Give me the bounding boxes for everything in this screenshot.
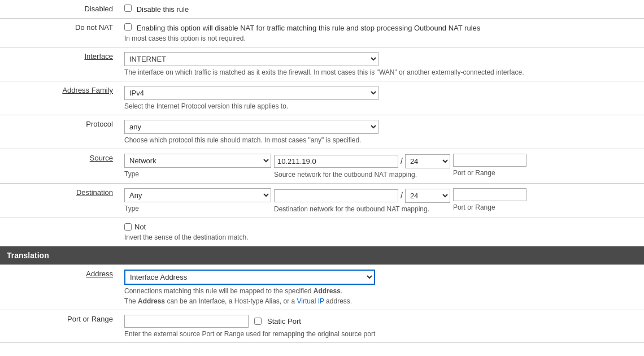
source-ip-label: Source network for the outbound NAT mapp… xyxy=(274,171,450,179)
address-select-wrapper: Interface Address Any Other Subnet xyxy=(124,270,375,285)
port-range-input[interactable] xyxy=(124,315,249,328)
port-range-content: Static Port Enter the external source Po… xyxy=(119,310,644,343)
destination-content: Any Network LAN net This firewall Type / xyxy=(119,184,644,218)
destination-prefix-select[interactable]: 8 16 24 32 xyxy=(405,189,450,203)
not-checkbox[interactable] xyxy=(124,223,132,231)
destination-port-input[interactable] xyxy=(453,188,526,201)
source-type-select[interactable]: Network Any LAN net This firewall xyxy=(124,154,271,168)
port-range-label-cell: Port or Range xyxy=(0,310,119,343)
destination-type-label: Type xyxy=(124,205,271,212)
source-content: Network Any LAN net This firewall Type / xyxy=(119,149,644,184)
address-family-help: Select the Internet Protocol version thi… xyxy=(124,102,638,110)
destination-ip-row: / 8 16 24 32 xyxy=(274,188,450,203)
source-type-label: Type xyxy=(124,170,271,178)
source-prefix-select[interactable]: 8 16 24 32 xyxy=(405,154,450,168)
source-port-label: Port or Range xyxy=(453,169,526,177)
port-range-row-inner: Static Port xyxy=(124,315,638,328)
destination-inline-group: Any Network LAN net This firewall Type / xyxy=(124,188,638,213)
not-row: Not Invert the sense of the destination … xyxy=(0,218,644,246)
interface-row: Interface INTERNET WAN LAN The interface… xyxy=(0,47,644,81)
virtual-ip-link[interactable]: Virtual IP xyxy=(297,297,324,305)
static-port-label[interactable]: Static Port xyxy=(254,317,301,325)
protocol-row: Protocol any TCP UDP TCP/UDP ICMP Choose… xyxy=(0,115,644,149)
destination-ip-input[interactable] xyxy=(274,189,398,202)
protocol-select[interactable]: any TCP UDP TCP/UDP ICMP xyxy=(124,120,378,134)
source-ip-group: / 8 16 24 32 Source network for the outb… xyxy=(274,154,450,179)
disabled-row: Disabled Disable this rule xyxy=(0,0,644,19)
port-range-row: Port or Range Static Port Enter the exte… xyxy=(0,310,644,343)
not-help: Invert the sense of the destination matc… xyxy=(124,233,638,241)
do-not-nat-content: Enabling this option will disable NAT fo… xyxy=(119,19,644,47)
address-help-bold: Address xyxy=(314,287,341,295)
not-label-cell xyxy=(0,218,119,246)
disabled-checkbox-label[interactable]: Disable this rule xyxy=(124,5,189,14)
not-checkbox-row: Not xyxy=(124,223,638,231)
source-port-input[interactable] xyxy=(453,154,526,167)
destination-link[interactable]: Destination xyxy=(76,188,113,197)
static-port-checkbox[interactable] xyxy=(254,318,262,325)
address-label-cell: Address xyxy=(0,265,119,310)
address-family-content: IPv4 IPv6 IPv4+IPv6 Select the Internet … xyxy=(119,81,644,115)
form-table: Disabled Disable this rule Do not NAT En… xyxy=(0,0,644,343)
source-row: Source Network Any LAN net This firewall… xyxy=(0,149,644,184)
source-label-cell: Source xyxy=(0,149,119,184)
protocol-help: Choose which protocol this rule should m… xyxy=(124,136,638,144)
translation-header-cell: Translation xyxy=(0,246,644,265)
source-inline-group: Network Any LAN net This firewall Type / xyxy=(124,154,638,179)
destination-type-group: Any Network LAN net This firewall Type xyxy=(124,188,271,212)
port-range-help: Enter the external source Port or Range … xyxy=(124,330,638,338)
source-ip-row: / 8 16 24 32 xyxy=(274,154,450,168)
destination-port-group: Port or Range xyxy=(453,188,526,211)
disabled-content: Disable this rule xyxy=(119,0,644,19)
do-not-nat-help: In most cases this option is not require… xyxy=(124,34,638,42)
address-help2-bold: Address xyxy=(138,297,165,305)
do-not-nat-label: Do not NAT xyxy=(0,19,119,47)
source-link[interactable]: Source xyxy=(90,154,113,162)
destination-slash: / xyxy=(398,188,405,203)
address-select[interactable]: Interface Address Any Other Subnet xyxy=(125,271,374,284)
destination-row: Destination Any Network LAN net This fir… xyxy=(0,184,644,218)
disabled-label: Disabled xyxy=(0,0,119,19)
address-content: Interface Address Any Other Subnet Conne… xyxy=(119,265,644,310)
source-slash: / xyxy=(398,154,405,168)
destination-port-label: Port or Range xyxy=(453,203,526,211)
interface-help: The interface on which traffic is matche… xyxy=(124,68,638,76)
address-family-label: Address Family xyxy=(0,81,119,115)
address-help2: The Address can be an Interface, a Host-… xyxy=(124,297,638,305)
address-family-row: Address Family IPv4 IPv6 IPv4+IPv6 Selec… xyxy=(0,81,644,115)
do-not-nat-checkbox[interactable] xyxy=(124,23,132,31)
interface-content: INTERNET WAN LAN The interface on which … xyxy=(119,47,644,81)
destination-ip-group: / 8 16 24 32 Destination network for the… xyxy=(274,188,450,213)
do-not-nat-row: Do not NAT Enabling this option will dis… xyxy=(0,19,644,47)
protocol-content: any TCP UDP TCP/UDP ICMP Choose which pr… xyxy=(119,115,644,149)
address-family-link[interactable]: Address Family xyxy=(62,86,113,94)
interface-label: Interface xyxy=(0,47,119,81)
address-family-select[interactable]: IPv4 IPv6 IPv4+IPv6 xyxy=(124,86,378,100)
address-link[interactable]: Address xyxy=(86,270,113,278)
destination-type-select[interactable]: Any Network LAN net This firewall xyxy=(124,188,271,202)
interface-select[interactable]: INTERNET WAN LAN xyxy=(124,52,378,66)
source-type-group: Network Any LAN net This firewall Type xyxy=(124,154,271,178)
do-not-nat-checkbox-label[interactable]: Enabling this option will disable NAT fo… xyxy=(124,24,480,32)
destination-ip-label: Destination network for the outbound NAT… xyxy=(274,205,450,213)
address-row: Address Interface Address Any Other Subn… xyxy=(0,265,644,310)
source-ip-input[interactable] xyxy=(274,155,398,168)
address-help1: Connections matching this rule will be m… xyxy=(124,287,638,295)
interface-link[interactable]: Interface xyxy=(84,52,113,60)
not-label: Not xyxy=(134,223,146,231)
protocol-label: Protocol xyxy=(0,115,119,149)
disabled-checkbox[interactable] xyxy=(124,5,132,12)
destination-label-cell: Destination xyxy=(0,184,119,218)
translation-header-row: Translation xyxy=(0,246,644,265)
source-port-group: Port or Range xyxy=(453,154,526,177)
not-content: Not Invert the sense of the destination … xyxy=(119,218,644,246)
